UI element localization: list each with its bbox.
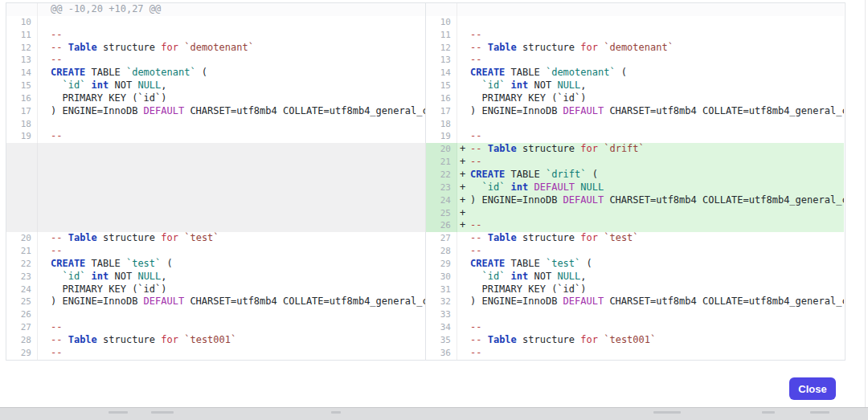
code-line-old: PRIMARY KEY (`id`) [38, 283, 426, 296]
code-token: for [580, 334, 598, 345]
code-token [505, 181, 510, 193]
code-token: NULL [557, 271, 580, 282]
code-token: int [92, 80, 109, 91]
line-number-new: 26 [426, 219, 457, 232]
code-line-old: -- [38, 347, 426, 360]
code-token: -- [51, 232, 68, 243]
diff-row: 25) ENGINE=InnoDB DEFAULT CHARSET=utf8mb… [6, 296, 845, 308]
code-token: , [161, 271, 166, 282]
line-number-old: 26 [6, 308, 38, 321]
code-token [505, 80, 510, 91]
code-line-new: ) ENGINE=InnoDB DEFAULT CHARSET=utf8mb4 … [457, 105, 844, 118]
code-token: DEFAULT [563, 194, 604, 206]
diff-row: 2633 [6, 308, 845, 321]
line-number-new [426, 3, 457, 16]
diff-row: 20+-- Table structure for `drift` [6, 143, 845, 156]
code-line-new: PRIMARY KEY (`id`) [457, 92, 844, 105]
code-token: -- [470, 130, 481, 141]
code-line-old [38, 207, 426, 220]
line-number-new: 28 [426, 245, 457, 258]
code-token: `id` [62, 271, 85, 282]
code-token: for [161, 42, 178, 53]
code-token: -- [470, 232, 488, 243]
code-line-old: ) ENGINE=InnoDB DEFAULT CHARSET=utf8mb4 … [38, 105, 426, 118]
code-line-new: ) ENGINE=InnoDB DEFAULT CHARSET=utf8mb4 … [457, 296, 844, 308]
code-line-old: `id` int NOT NULL, [38, 80, 426, 92]
diff-row: 11--11-- [6, 29, 845, 42]
code-token: -- [470, 347, 481, 358]
code-token: `id` [481, 271, 505, 282]
close-button[interactable]: Close [789, 377, 836, 400]
diff-row: 13--13-- [6, 54, 845, 67]
code-line-old: PRIMARY KEY (`id`) [38, 92, 426, 105]
line-number-old: 19 [6, 130, 38, 143]
code-token: int [511, 181, 529, 193]
line-number-old: 20 [6, 232, 38, 245]
background-artifact [151, 411, 174, 414]
background-artifact [762, 411, 775, 414]
code-token: -- [470, 156, 481, 167]
code-token: int [92, 271, 109, 282]
line-number-new: 11 [426, 29, 457, 42]
code-token: ( [161, 258, 172, 269]
diff-row: 28-- Table structure for `test001`35-- T… [6, 334, 845, 347]
code-line-new: -- [457, 29, 844, 42]
code-token: -- [470, 334, 488, 345]
code-line-new: CREATE TABLE `test` ( [457, 258, 844, 271]
code-token: structure [517, 334, 580, 345]
code-token [85, 271, 91, 282]
code-token: -- [51, 42, 68, 53]
code-token: PRIMARY KEY (`id`) [51, 283, 167, 295]
diff-line-prefix: + [460, 207, 470, 220]
code-token: DEFAULT [563, 296, 604, 307]
code-line-new [457, 118, 844, 131]
code-line-new: +-- Table structure for `drift` [457, 143, 844, 156]
code-line-new: `id` int NOT NULL, [457, 271, 844, 283]
code-line-new: +-- [457, 219, 844, 232]
diff-row: 24 PRIMARY KEY (`id`)31 PRIMARY KEY (`id… [6, 283, 845, 296]
code-token: NULL [137, 80, 161, 91]
code-token: NULL [137, 271, 161, 282]
diff-line-prefix: + [460, 219, 470, 232]
code-token: structure [517, 42, 580, 53]
diff-row: 14CREATE TABLE `demotenant` (14CREATE TA… [6, 67, 845, 80]
code-token: TABLE [505, 67, 546, 78]
code-token: ) ENGINE=InnoDB [51, 105, 144, 116]
code-token: ( [616, 67, 627, 78]
background-artifact [331, 411, 341, 414]
line-number-new: 13 [426, 54, 457, 67]
code-line-new: -- [457, 321, 844, 334]
diff-row: 19--19-- [6, 130, 845, 143]
line-number-old: 17 [6, 105, 38, 118]
code-token: NOT [108, 271, 137, 282]
line-number-old [6, 219, 38, 232]
code-line-old [38, 219, 426, 232]
code-token: CHARSET=utf8mb4 COLLATE=utf8mb4_general_… [604, 296, 844, 307]
code-token: ) ENGINE=InnoDB [51, 296, 144, 307]
diff-row: @@ -10,20 +10,27 @@ [6, 3, 845, 16]
code-token: `id` [481, 181, 505, 193]
code-token: int [511, 80, 529, 91]
line-number-new: 27 [426, 232, 457, 245]
code-token: DEFAULT [563, 105, 604, 116]
code-line-new: `id` int NOT NULL, [457, 80, 844, 92]
code-token: -- [470, 245, 481, 256]
code-token: -- [51, 334, 68, 345]
code-token: `id` [62, 80, 85, 91]
code-token: TABLE [85, 258, 126, 269]
line-number-old: 23 [6, 271, 38, 283]
code-token: CREATE [470, 67, 505, 78]
code-token: , [580, 80, 586, 91]
line-number-old: 12 [6, 42, 38, 55]
code-token [505, 271, 510, 282]
code-token: Table [488, 334, 517, 345]
code-token: -- [51, 245, 62, 256]
line-number-new: 18 [426, 118, 457, 131]
code-line-new: +-- [457, 156, 844, 169]
line-number-old: 15 [6, 80, 38, 92]
line-number-new: 15 [426, 80, 457, 92]
code-token: NOT [528, 271, 557, 282]
code-token: PRIMARY KEY (`id`) [51, 92, 167, 104]
line-number-new: 24 [426, 194, 457, 207]
diff-row: 24+) ENGINE=InnoDB DEFAULT CHARSET=utf8m… [6, 194, 845, 207]
